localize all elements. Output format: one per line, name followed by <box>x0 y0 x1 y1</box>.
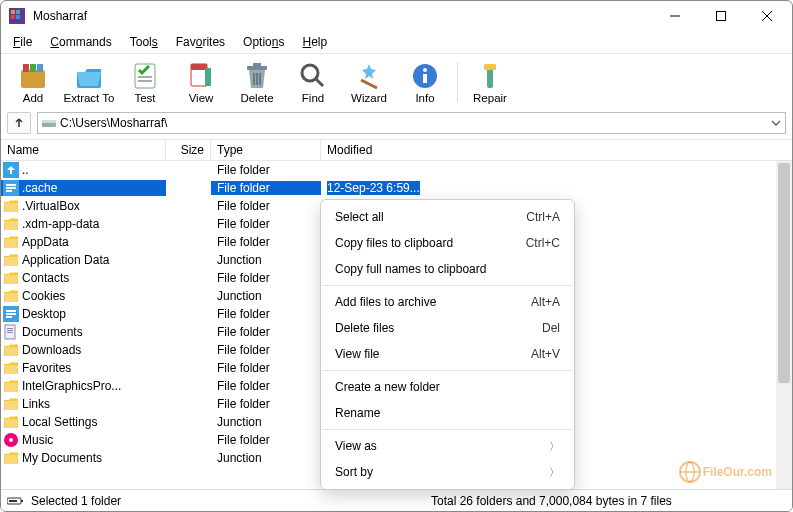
context-view-as[interactable]: View as〉 <box>321 433 574 459</box>
toolbar-label: Repair <box>473 92 507 104</box>
chevron-right-icon: 〉 <box>549 465 560 480</box>
info-icon <box>409 60 441 90</box>
context-copy-files-to-clipboard[interactable]: Copy files to clipboardCtrl+C <box>321 230 574 256</box>
toolbar-label: Delete <box>240 92 273 104</box>
context-create-a-new-folder[interactable]: Create a new folder <box>321 374 574 400</box>
context-label: Delete files <box>335 321 394 335</box>
context-copy-full-names-to-clipboard[interactable]: Copy full names to clipboard <box>321 256 574 282</box>
svg-rect-38 <box>6 316 12 318</box>
menu-options[interactable]: Options <box>235 33 292 51</box>
file-name: Downloads <box>22 343 81 357</box>
file-type: File folder <box>211 217 321 231</box>
scrollbar[interactable] <box>776 161 792 491</box>
file-icon <box>3 396 19 412</box>
context-select-all[interactable]: Select allCtrl+A <box>321 204 574 230</box>
toolbar-label: Add <box>23 92 43 104</box>
file-type: File folder <box>211 361 321 375</box>
toolbar-test[interactable]: Test <box>117 56 173 108</box>
context-label: Select all <box>335 210 384 224</box>
svg-rect-37 <box>6 313 16 315</box>
context-label: Rename <box>335 406 380 420</box>
context-label: View file <box>335 347 379 361</box>
svg-rect-9 <box>37 64 43 72</box>
file-row[interactable]: ..File folder <box>1 161 792 179</box>
file-icon <box>3 270 19 286</box>
toolbar-view[interactable]: View <box>173 56 229 108</box>
context-label: Create a new folder <box>335 380 440 394</box>
svg-rect-26 <box>484 64 496 70</box>
svg-rect-14 <box>191 64 207 70</box>
file-type: File folder <box>211 325 321 339</box>
view-icon <box>185 60 217 90</box>
menu-bar: File Commands Tools Favorites Options He… <box>1 31 792 53</box>
menu-favorites[interactable]: Favorites <box>168 33 233 51</box>
context-add-files-to-archive[interactable]: Add files to archiveAlt+A <box>321 289 574 315</box>
wizard-icon <box>353 60 385 90</box>
file-icon <box>3 450 19 466</box>
find-icon <box>297 60 329 90</box>
toolbar-extract-to[interactable]: Extract To <box>61 56 117 108</box>
context-rename[interactable]: Rename <box>321 400 574 426</box>
file-type: File folder <box>211 235 321 249</box>
app-icon <box>9 8 25 24</box>
shortcut: Del <box>542 321 560 335</box>
context-sort-by[interactable]: Sort by〉 <box>321 459 574 485</box>
column-modified[interactable]: Modified <box>321 140 792 160</box>
file-name: Links <box>22 397 50 411</box>
toolbar-add[interactable]: Add <box>5 56 61 108</box>
file-name: .xdm-app-data <box>22 217 99 231</box>
context-label: Sort by <box>335 465 373 479</box>
file-icon <box>3 324 19 340</box>
toolbar-label: Info <box>415 92 434 104</box>
file-icon <box>3 252 19 268</box>
svg-rect-16 <box>247 66 267 70</box>
file-modified: 12-Sep-23 6:59... <box>321 181 792 195</box>
file-name: Application Data <box>22 253 109 267</box>
context-delete-files[interactable]: Delete filesDel <box>321 315 574 341</box>
file-icon <box>3 234 19 250</box>
svg-rect-20 <box>259 73 261 85</box>
file-name: AppData <box>22 235 69 249</box>
delete-icon <box>241 60 273 90</box>
up-button[interactable] <box>7 112 31 134</box>
file-icon <box>3 342 19 358</box>
menu-file[interactable]: File <box>5 33 40 51</box>
menu-help[interactable]: Help <box>294 33 335 51</box>
toolbar-find[interactable]: Find <box>285 56 341 108</box>
file-type: Junction <box>211 415 321 429</box>
toolbar-label: Extract To <box>64 92 115 104</box>
menu-tools[interactable]: Tools <box>122 33 166 51</box>
file-icon <box>3 378 19 394</box>
svg-rect-2 <box>16 10 20 14</box>
context-label: Add files to archive <box>335 295 436 309</box>
column-header-row: Name Size Type Modified <box>1 139 792 161</box>
svg-point-24 <box>423 68 427 72</box>
column-type[interactable]: Type <box>211 140 321 160</box>
column-size[interactable]: Size <box>166 140 211 160</box>
svg-point-44 <box>9 438 13 442</box>
toolbar-wizard[interactable]: Wizard <box>341 56 397 108</box>
file-name: Music <box>22 433 53 447</box>
file-row[interactable]: .cacheFile folder12-Sep-23 6:59... <box>1 179 792 197</box>
svg-rect-18 <box>253 73 255 85</box>
close-button[interactable] <box>744 1 790 31</box>
scrollbar-thumb[interactable] <box>778 163 790 383</box>
svg-rect-25 <box>487 68 493 88</box>
file-type: File folder <box>211 307 321 321</box>
svg-rect-49 <box>21 500 23 502</box>
file-icon <box>3 216 19 232</box>
toolbar-info[interactable]: Info <box>397 56 453 108</box>
column-name[interactable]: Name <box>1 140 166 160</box>
shortcut: Alt+A <box>531 295 560 309</box>
toolbar-repair[interactable]: Repair <box>462 56 518 108</box>
file-type: File folder <box>211 163 321 177</box>
maximize-button[interactable] <box>698 1 744 31</box>
svg-rect-7 <box>23 64 29 72</box>
toolbar-delete[interactable]: Delete <box>229 56 285 108</box>
menu-commands[interactable]: Commands <box>42 33 119 51</box>
status-bar: Selected 1 folder Total 26 folders and 7… <box>1 489 792 511</box>
chevron-down-icon[interactable] <box>771 118 781 128</box>
address-bar[interactable]: C:\Users\Mosharraf\ <box>37 112 786 134</box>
context-view-file[interactable]: View fileAlt+V <box>321 341 574 367</box>
minimize-button[interactable] <box>652 1 698 31</box>
